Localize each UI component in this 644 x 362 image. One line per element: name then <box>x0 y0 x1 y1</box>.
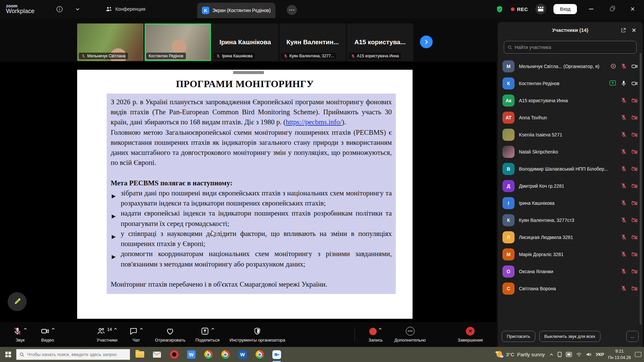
weather-widget[interactable]: 3°C Partly sunny <box>495 351 545 359</box>
close-button[interactable]: ✕ <box>626 2 639 16</box>
volume-icon[interactable] <box>586 352 592 357</box>
avatar: AT <box>502 112 515 124</box>
participants-list: М Мельничук Світла... (Организатор, я) К… <box>498 55 643 327</box>
tab-conference[interactable]: Конференция <box>101 3 150 15</box>
audio-options-chevron[interactable] <box>23 327 27 330</box>
audio-button[interactable]: Звук <box>11 327 29 343</box>
slide-title: ПРОГРАМИ МОНІТОРИНГУ <box>77 78 413 89</box>
end-meeting-button[interactable]: ✕ Завершение <box>458 327 483 343</box>
search-icon <box>19 352 24 357</box>
chrome-icon-2[interactable] <box>220 350 230 360</box>
chrome-icon[interactable] <box>203 350 213 360</box>
mute-all-button[interactable]: Выключить звук для всех <box>539 331 600 342</box>
zoom-app-icon[interactable] <box>272 350 282 360</box>
pecbms-link[interactable]: https://pecbms.info/ <box>286 118 342 126</box>
muted-camera-icon <box>631 97 638 104</box>
taskbar-search-input[interactable] <box>27 352 127 357</box>
muted-mic-icon <box>621 183 627 189</box>
participant-row[interactable]: AT Anna Tsvihun <box>502 109 638 126</box>
participant-row[interactable]: М Марія Доргаліс 3281 <box>502 246 638 263</box>
record-options-chevron[interactable] <box>378 327 382 330</box>
record-button[interactable]: Запись <box>367 327 384 343</box>
next-page-arrow-button[interactable] <box>420 36 433 48</box>
muted-camera-icon <box>631 131 638 138</box>
muted-camera-icon <box>631 217 638 224</box>
video-options-chevron[interactable] <box>51 327 55 330</box>
start-button[interactable] <box>0 347 16 362</box>
participant-name-label: Мельничук Світлана <box>79 53 128 59</box>
participant-row[interactable]: С Світлана Ворона <box>502 280 638 297</box>
network-icon[interactable] <box>576 352 582 357</box>
opera-icon[interactable] <box>169 350 179 360</box>
participants-button[interactable]: 14 Участники <box>97 327 117 343</box>
participant-row[interactable]: М Мельничук Світла... (Организатор, я) <box>502 58 638 75</box>
word-icon[interactable]: W <box>237 350 248 360</box>
muted-mic-icon <box>621 114 627 121</box>
participant-name-label: Костянтин Редінов <box>146 53 186 59</box>
bullet-arrow-icon <box>112 255 116 259</box>
more-button[interactable]: Дополнительно <box>394 327 426 343</box>
share-options-chevron[interactable] <box>211 327 215 330</box>
language-indicator[interactable]: УКР <box>596 352 604 357</box>
slide-text-block: З 2026 р. в Україні планується запровадж… <box>107 94 396 294</box>
avatar: В <box>502 163 515 175</box>
file-explorer-icon[interactable] <box>135 350 145 360</box>
video-tile-active-speaker[interactable]: Костянтин Редінов <box>145 23 211 61</box>
invite-button[interactable]: Пригласить <box>502 331 535 342</box>
participant-row[interactable]: Kseniia Isaieva 5271 <box>502 126 638 143</box>
search-input[interactable] <box>515 45 633 50</box>
time: 9:21 <box>615 349 624 354</box>
video-tile[interactable]: А15 користува... А15 користувача Инна <box>347 23 413 61</box>
participant-row[interactable]: Л Лисицкая Людмила 3281 <box>502 229 638 246</box>
minimize-button[interactable] <box>584 2 598 16</box>
apps-grid-button[interactable] <box>535 4 546 14</box>
chrome-icon-3[interactable] <box>255 350 265 360</box>
restore-button[interactable] <box>605 2 619 16</box>
muted-camera-icon <box>631 183 638 189</box>
taskbar-search-box[interactable] <box>16 349 130 360</box>
participant-row[interactable]: Natali Skripchenko <box>502 143 638 160</box>
wps-office-icon[interactable]: W <box>186 350 196 360</box>
avatar: Д <box>502 180 515 192</box>
share-screen-button[interactable]: Поделиться <box>196 327 220 343</box>
video-tile[interactable]: Ірина Кашнікова Ірина Кашнікова <box>212 23 278 61</box>
participant-name-label: Куян Валентина, 3277... <box>281 53 336 59</box>
avatar <box>502 146 515 158</box>
tab-screen-share[interactable]: K Экран (Костянтин Рєдінов) <box>197 3 275 18</box>
chat-button[interactable]: Чат <box>127 327 145 343</box>
popout-panel-button[interactable] <box>619 25 628 35</box>
taskbar-clock[interactable]: 9:21 Пн 13.04.26 <box>608 348 631 360</box>
participant-row[interactable]: К Куян Валентина, 3277ст3 <box>502 212 638 229</box>
display-icon[interactable] <box>566 352 572 357</box>
mail-icon[interactable] <box>152 350 162 360</box>
muted-mic-icon <box>621 97 627 104</box>
video-button[interactable]: Видео <box>39 327 56 343</box>
video-tile[interactable]: Мельничук Світлана <box>77 23 144 61</box>
info-button[interactable] <box>53 2 66 16</box>
chevron-down-icon[interactable] <box>71 2 85 16</box>
mouse-cursor <box>211 230 217 238</box>
tray-expand-chevron[interactable] <box>549 353 553 356</box>
participant-row[interactable]: О Оксана Яланжи <box>502 263 638 280</box>
participant-search-box[interactable] <box>504 41 637 54</box>
panel-more-button[interactable]: … <box>626 331 639 342</box>
device-icon[interactable] <box>557 352 562 357</box>
muted-mic-icon <box>621 200 627 206</box>
camera-on-icon <box>631 80 638 87</box>
video-tile[interactable]: Куян Валентин... Куян Валентина, 3277... <box>279 23 346 61</box>
participant-row[interactable]: Ак А15 користувача Инна <box>502 92 638 109</box>
security-shield-icon[interactable] <box>496 5 503 13</box>
chat-options-chevron[interactable] <box>140 327 143 330</box>
react-button[interactable]: Отреагировать <box>155 327 185 343</box>
participant-row[interactable]: К Костянтин Редінов <box>502 75 638 92</box>
annotate-pencil-button[interactable] <box>8 293 26 311</box>
login-button[interactable]: Вход <box>553 4 577 14</box>
tab-more-button[interactable] <box>287 5 297 15</box>
action-center-icon[interactable] <box>635 352 641 357</box>
participant-row[interactable]: В Володимир Шалаєвський НПП Білобер... <box>502 160 638 177</box>
participant-row[interactable]: І Ірина Кашнікова <box>502 194 638 212</box>
participant-row[interactable]: Д Дмитрий Коч гр.2281 <box>502 177 638 194</box>
participants-options-chevron[interactable] <box>114 327 117 330</box>
host-tools-button[interactable]: Инструменты организатора <box>230 327 285 343</box>
close-panel-button[interactable]: ✕ <box>629 25 639 35</box>
